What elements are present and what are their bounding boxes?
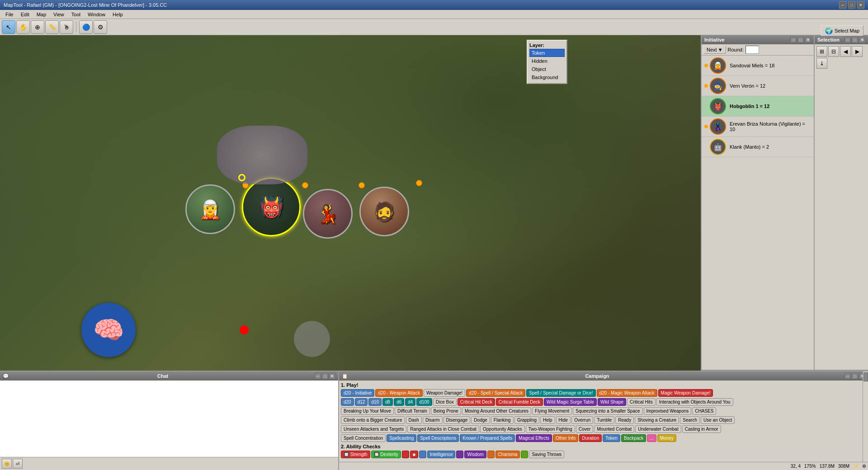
select-map-button[interactable]: 🌍 Select Map <box>821 25 863 36</box>
btn-spell-concentration[interactable]: Spell Concentration <box>341 434 386 442</box>
btn-dice-box[interactable]: Dice Box <box>433 398 457 406</box>
selection-minimize-btn[interactable]: ─ <box>844 37 851 43</box>
round-input[interactable] <box>745 46 759 54</box>
layer-background[interactable]: Background <box>529 73 565 81</box>
initiative-expand-btn[interactable]: □ <box>797 37 804 43</box>
campaign-scrollbar[interactable] <box>863 371 868 470</box>
menu-edit[interactable]: Edit <box>17 11 33 18</box>
btn-wild-magic-surge[interactable]: Wild Magic Surge Table <box>544 398 597 406</box>
btn-hide[interactable]: Hide <box>556 416 571 424</box>
btn-cover[interactable]: Cover <box>576 425 594 433</box>
chat-send-icon[interactable]: ⏎ <box>13 459 23 469</box>
selection-expand-btn[interactable]: □ <box>852 37 858 43</box>
btn-d20-initiative[interactable]: d20 - Initiative <box>341 389 374 397</box>
selection-prev-icon[interactable]: ◀ <box>840 46 851 57</box>
campaign-scrollbar-thumb[interactable] <box>863 372 868 381</box>
btn-grappling[interactable]: Grappling <box>514 416 539 424</box>
btn-improvised-weapons[interactable]: Improvised Weapons <box>644 407 692 415</box>
btn-d4[interactable]: d4 <box>405 398 415 406</box>
initiative-close-btn[interactable]: ✕ <box>805 37 811 43</box>
chat-smiley-icon[interactable]: 😊 <box>2 459 12 469</box>
btn-difficult-terrain[interactable]: Difficult Terrain <box>395 407 430 415</box>
btn-shoving-creature[interactable]: Shoving a Creature <box>635 416 679 424</box>
map-area[interactable]: Layer: Token Hidden Object Background 🧝 … <box>0 35 701 371</box>
btn-underwater-combat[interactable]: Underwater Combat <box>635 425 681 433</box>
init-item-erevan[interactable]: 🦹 Erevan Briza Noturna (Vigilante) = 10 <box>702 117 814 137</box>
init-item-klank[interactable]: 🤖 Klank (Manto) = 2 <box>702 137 814 157</box>
measure-tool-button[interactable]: 📏 <box>45 20 59 34</box>
chat-close-btn[interactable]: ✕ <box>329 373 335 379</box>
btn-backpack[interactable]: Backpack <box>621 434 646 442</box>
btn-saving-throws[interactable]: Saving Throws <box>529 451 564 458</box>
btn-casting-armor[interactable]: Casting in Armor <box>682 425 721 433</box>
menu-view[interactable]: View <box>50 11 68 18</box>
btn-dash[interactable]: Dash <box>406 416 422 424</box>
btn-disarm[interactable]: Disarm <box>423 416 443 424</box>
menu-map[interactable]: Map <box>33 11 50 18</box>
btn-duration[interactable]: Duration <box>579 434 602 442</box>
btn-strength[interactable]: 🔲 Strength <box>341 451 370 458</box>
btn-d12[interactable]: d12 <box>355 398 368 406</box>
btn-d20[interactable]: d20 <box>341 398 354 406</box>
menu-tool[interactable]: Tool <box>68 11 84 18</box>
btn-int-icon[interactable] <box>419 451 426 458</box>
selection-grid2-icon[interactable]: ⊟ <box>828 46 839 57</box>
btn-flying-movement[interactable]: Flying Movement <box>532 407 572 415</box>
btn-climb-bigger-creature[interactable]: Climb onto a Bigger Creature <box>341 416 405 424</box>
btn-magical-effects[interactable]: Magical Effects <box>516 434 552 442</box>
btn-critical-hits[interactable]: Critical Hits <box>627 398 656 406</box>
btn-ranged-attacks-close[interactable]: Ranged Attacks in Close Combat <box>407 425 479 433</box>
btn-help[interactable]: Help <box>540 416 555 424</box>
selection-import-icon[interactable]: ⤓ <box>816 58 827 69</box>
campaign-expand-btn[interactable]: □ <box>852 373 858 379</box>
btn-d20-magic-attack[interactable]: d20 - Magic Weapon Attack <box>597 389 657 397</box>
selection-close-btn[interactable]: ✕ <box>859 37 865 43</box>
btn-cha-icon[interactable] <box>487 451 495 458</box>
menu-window[interactable]: Window <box>84 11 109 18</box>
btn-save-icon[interactable] <box>521 451 528 458</box>
btn-flanking[interactable]: Flanking <box>491 416 514 424</box>
btn-wild-shape[interactable]: Wild Shape <box>598 398 626 406</box>
btn-d20-weapon-attack[interactable]: d20 - Weapon Attack <box>375 389 423 397</box>
chat-expand-btn[interactable]: □ <box>322 373 328 379</box>
btn-use-object[interactable]: Use an Object <box>701 416 735 424</box>
btn-d8[interactable]: d8 <box>382 398 393 406</box>
menu-file[interactable]: File <box>2 11 17 18</box>
init-item-vern[interactable]: 🧙 Vern Verón = 12 <box>702 76 814 96</box>
menu-help[interactable]: Help <box>109 11 127 18</box>
btn-constitution[interactable]: ■ <box>410 451 418 458</box>
btn-being-prone[interactable]: Being Prone <box>431 407 461 415</box>
btn-known-prepared-spells[interactable]: Known / Prepared Spells <box>460 434 515 442</box>
btn-overrun[interactable]: Overrun <box>571 416 593 424</box>
selection-next-icon[interactable]: ▶ <box>852 46 863 57</box>
btn-charisma[interactable]: Charisma <box>495 451 520 458</box>
selection-grid-icon[interactable]: ⊞ <box>816 46 827 57</box>
btn-misc-pink[interactable]: ... <box>647 434 656 442</box>
settings-icon[interactable]: ⚙ <box>862 464 866 469</box>
pointer-tool-button[interactable]: 🖱 <box>60 20 73 34</box>
btn-d6[interactable]: d6 <box>394 398 404 406</box>
btn-search[interactable]: Search <box>680 416 700 424</box>
initiative-minimize-btn[interactable]: ─ <box>790 37 797 43</box>
btn-dodge[interactable]: Dodge <box>471 416 490 424</box>
btn-mounted-combat[interactable]: Mounted Combat <box>594 425 634 433</box>
zoom-tool-button[interactable]: ⊕ <box>31 20 44 34</box>
select-tool-button[interactable]: ↖ <box>2 20 15 34</box>
layer-object[interactable]: Object <box>529 65 565 73</box>
btn-spell-descriptions[interactable]: Spell Descriptions <box>417 434 459 442</box>
btn-spellcasting[interactable]: Spellcasting <box>387 434 416 442</box>
btn-intelligence[interactable]: Intelligence <box>427 451 456 458</box>
initiative-next-button[interactable]: Next ▼ <box>703 46 726 54</box>
layer-hidden[interactable]: Hidden <box>529 57 565 65</box>
layer-token[interactable]: Token <box>529 49 565 57</box>
btn-chases[interactable]: CHASES <box>692 407 716 415</box>
btn-weapon-damage[interactable]: Weapon Damage! <box>424 389 465 397</box>
clear-fow-button[interactable]: ⚙ <box>94 20 107 34</box>
btn-two-weapon-fighting[interactable]: Two-Weapon Fighting <box>526 425 575 433</box>
move-tool-button[interactable]: ✋ <box>16 20 30 34</box>
minimize-button[interactable]: ─ <box>839 1 846 9</box>
btn-wisdom[interactable]: Wisdom <box>464 451 486 458</box>
btn-moving-around-creatures[interactable]: Moving Around Other Creatures <box>462 407 531 415</box>
init-item-sandoval[interactable]: 🧝 Sandoval Miels = 18 <box>702 56 814 76</box>
btn-critical-hit-deck[interactable]: Critical Hit Deck <box>458 398 495 406</box>
